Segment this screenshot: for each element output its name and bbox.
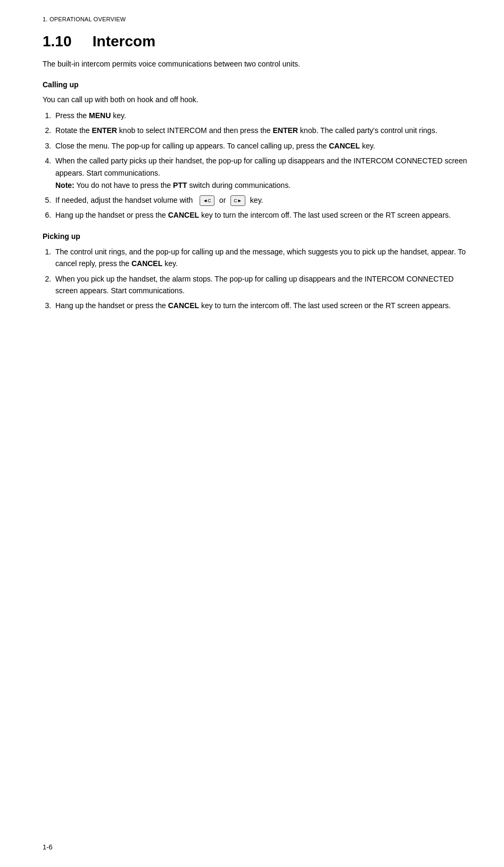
list-item: Hang up the handset or press the CANCEL … [53, 300, 472, 311]
menu-key-label: MENU [89, 111, 111, 120]
calling-up-section: Calling up You can call up with both on … [43, 80, 472, 221]
picking-up-list: The control unit rings, and the pop-up f… [53, 246, 472, 312]
note-line: Note: You do not have to press the PTT s… [55, 180, 472, 191]
list-item: Rotate the ENTER knob to select INTERCOM… [53, 125, 472, 136]
vol-up-key-icon [230, 195, 245, 206]
calling-up-intro: You can call up with both on hook and of… [43, 94, 472, 105]
or-text: or [219, 196, 226, 204]
picking-up-heading: Picking up [43, 232, 472, 241]
calling-up-heading: Calling up [43, 80, 472, 89]
cancel-key-label-1: CANCEL [329, 142, 360, 150]
cancel-key-label-4: CANCEL [168, 301, 199, 310]
page-header: 1. OPERATIONAL OVERVIEW [43, 16, 472, 22]
list-item: Hang up the handset or press the CANCEL … [53, 209, 472, 221]
intro-paragraph: The built-in intercom permits voice comm… [43, 59, 472, 70]
enter-knob-label-2: ENTER [273, 126, 298, 135]
list-item: If needed, adjust the handset volume wit… [53, 194, 472, 206]
section-title: 1.10 Intercom [43, 33, 472, 50]
list-item: Press the MENU key. [53, 110, 472, 121]
page-footer: 1-6 [43, 843, 53, 851]
list-item: Close the menu. The pop-up for calling u… [53, 140, 472, 152]
enter-knob-label-1: ENTER [92, 126, 117, 135]
list-item: When the called party picks up their han… [53, 155, 472, 191]
list-item: When you pick up the handset, the alarm … [53, 273, 472, 297]
list-item: The control unit rings, and the pop-up f… [53, 246, 472, 270]
calling-up-list: Press the MENU key. Rotate the ENTER kno… [53, 110, 472, 221]
vol-down-key-icon [200, 195, 214, 206]
note-label: Note: [55, 181, 75, 189]
cancel-key-label-2: CANCEL [168, 211, 199, 219]
picking-up-section: Picking up The control unit rings, and t… [43, 232, 472, 312]
cancel-key-label-3: CANCEL [131, 259, 162, 268]
ptt-switch-label: PTT [173, 181, 187, 189]
